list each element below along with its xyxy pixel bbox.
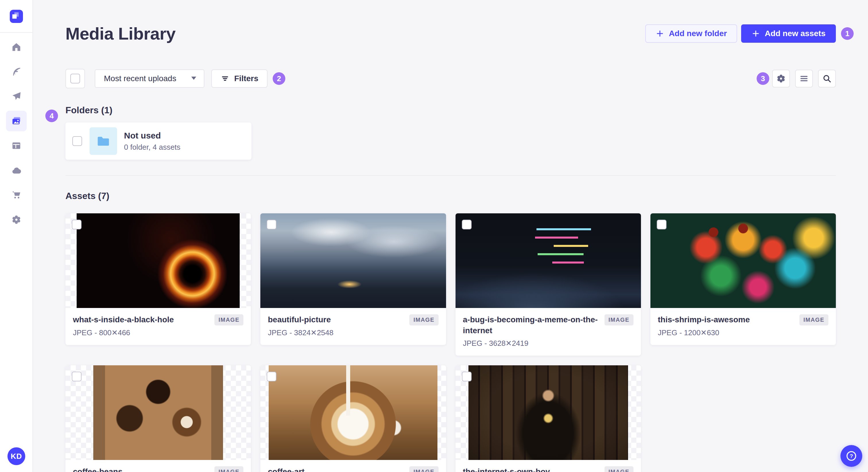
asset-image (93, 365, 223, 460)
asset-thumbnail (65, 213, 251, 308)
asset-thumbnail (65, 365, 251, 460)
asset-info: beautiful-picture IMAGE JPEG - 3824✕2548 (260, 308, 446, 345)
asset-checkbox[interactable] (462, 220, 472, 229)
cloud-icon (11, 165, 22, 175)
layout-icon (11, 140, 22, 151)
asset-checkbox[interactable] (462, 372, 472, 381)
header-actions: Add new folder Add new assets 1 (645, 24, 836, 43)
sidebar-item-paper-plane[interactable] (6, 86, 27, 107)
asset-meta: JPEG - 3628✕2419 (463, 338, 633, 348)
asset-type-badge: IMAGE (799, 314, 828, 326)
feather-icon (11, 67, 22, 77)
asset-card[interactable]: a-bug-is-becoming-a-meme-on-the-internet… (456, 213, 641, 356)
gear-icon (776, 74, 786, 83)
asset-title: beautiful-picture (268, 314, 404, 325)
list-view-button[interactable] (795, 70, 813, 88)
asset-info: the-internet-s-own-boy IMAGE JPEG - 1200… (456, 460, 641, 472)
assets-section: Assets (7) what-s-inside-a-black-hole IM… (65, 191, 836, 472)
paper-plane-icon (11, 91, 22, 102)
plus-icon (751, 29, 760, 38)
sidebar-item-cloud[interactable] (6, 160, 27, 181)
sidebar-item-images[interactable] (6, 111, 27, 131)
sidebar-item-feather[interactable] (6, 61, 27, 82)
view-settings-button[interactable] (772, 70, 790, 88)
select-all-checkbox[interactable] (65, 69, 85, 88)
asset-card[interactable]: this-shrimp-is-awesome IMAGE JPEG - 1200… (650, 213, 836, 345)
asset-card[interactable]: coffee-art IMAGE JPEG - 5824✕3259 (260, 365, 446, 472)
assets-grid: what-s-inside-a-black-hole IMAGE JPEG - … (65, 213, 836, 472)
search-button[interactable] (818, 70, 836, 88)
asset-title: coffee-art (268, 466, 404, 472)
asset-checkbox[interactable] (72, 372, 82, 381)
asset-type-badge: IMAGE (604, 466, 633, 472)
asset-meta: JPEG - 1200✕630 (658, 328, 828, 338)
folder-card[interactable]: Not used 0 folder, 4 assets (65, 123, 251, 160)
asset-title: coffee-beans (73, 466, 209, 472)
annotation-badge-4: 4 (45, 109, 58, 122)
asset-info: a-bug-is-becoming-a-meme-on-the-internet… (456, 308, 641, 356)
folder-text: Not used 0 folder, 4 assets (124, 131, 181, 152)
asset-checkbox[interactable] (267, 220, 276, 229)
asset-thumbnail (456, 213, 641, 308)
asset-thumbnail (260, 213, 446, 308)
sidebar-item-home[interactable] (6, 37, 27, 57)
add-new-assets-button[interactable]: Add new assets (741, 24, 836, 43)
asset-thumbnail (260, 365, 446, 460)
asset-card[interactable]: what-s-inside-a-black-hole IMAGE JPEG - … (65, 213, 251, 345)
page-title: Media Library (65, 24, 176, 43)
section-divider (65, 175, 836, 176)
avatar[interactable]: KD (7, 447, 25, 465)
sort-select[interactable]: Most recent uploads (95, 69, 205, 88)
sidebar-item-gear[interactable] (6, 209, 27, 230)
filters-button[interactable]: Filters (211, 69, 268, 88)
asset-checkbox[interactable] (267, 372, 276, 381)
sort-select-value: Most recent uploads (104, 74, 176, 83)
folders-section: 4 Folders (1) Not used 0 folder, 4 asset… (65, 105, 836, 160)
strapi-logo[interactable] (10, 10, 23, 23)
asset-card[interactable]: coffee-beans IMAGE JPEG - 5021✕3347 (65, 365, 251, 472)
asset-title: a-bug-is-becoming-a-meme-on-the-internet (463, 314, 599, 336)
question-circle-icon: ? (845, 450, 857, 462)
asset-image (76, 213, 240, 308)
sidebar-divider (0, 32, 32, 33)
sidebar-item-cart[interactable] (6, 185, 27, 205)
folder-checkbox[interactable] (72, 136, 82, 146)
sidebar-item-layout[interactable] (6, 135, 27, 156)
add-new-assets-label: Add new assets (765, 29, 826, 38)
folder-tile (90, 127, 117, 155)
chevron-down-icon (191, 76, 197, 81)
add-new-folder-label: Add new folder (669, 29, 727, 38)
folder-meta: 0 folder, 4 assets (124, 143, 181, 152)
asset-type-badge: IMAGE (214, 466, 243, 472)
asset-title: what-s-inside-a-black-hole (73, 314, 209, 325)
folder-name: Not used (124, 131, 181, 140)
asset-type-badge: IMAGE (604, 314, 633, 326)
asset-type-badge: IMAGE (409, 466, 438, 472)
asset-thumbnail (650, 213, 836, 308)
gear-icon (11, 214, 22, 225)
main-content: Media Library Add new folder Add new ass… (33, 0, 868, 472)
annotation-badge-2: 2 (273, 72, 285, 85)
asset-card[interactable]: beautiful-picture IMAGE JPEG - 3824✕2548 (260, 213, 446, 345)
asset-meta: JPEG - 800✕466 (73, 328, 243, 338)
folders-heading-label: Folders (1) (65, 105, 113, 115)
asset-info: this-shrimp-is-awesome IMAGE JPEG - 1200… (650, 308, 836, 345)
asset-info: coffee-art IMAGE JPEG - 5824✕3259 (260, 460, 446, 472)
asset-card[interactable]: the-internet-s-own-boy IMAGE JPEG - 1200… (456, 365, 641, 472)
asset-image (468, 365, 628, 460)
asset-image (650, 213, 836, 308)
asset-image (260, 213, 446, 308)
sidebar-nav (6, 37, 27, 230)
asset-checkbox[interactable] (72, 220, 82, 229)
annotation-badge-3: 3 (756, 72, 769, 85)
images-icon (11, 116, 22, 126)
plus-icon (656, 29, 664, 38)
page-header: Media Library Add new folder Add new ass… (65, 24, 836, 43)
folders-heading: 4 Folders (1) (65, 105, 113, 115)
toolbar-right: 3 (756, 70, 836, 88)
help-button[interactable]: ? (840, 445, 862, 467)
add-new-folder-button[interactable]: Add new folder (645, 24, 737, 43)
asset-checkbox[interactable] (657, 220, 666, 229)
folder-icon (97, 135, 110, 147)
svg-text:?: ? (849, 453, 853, 459)
